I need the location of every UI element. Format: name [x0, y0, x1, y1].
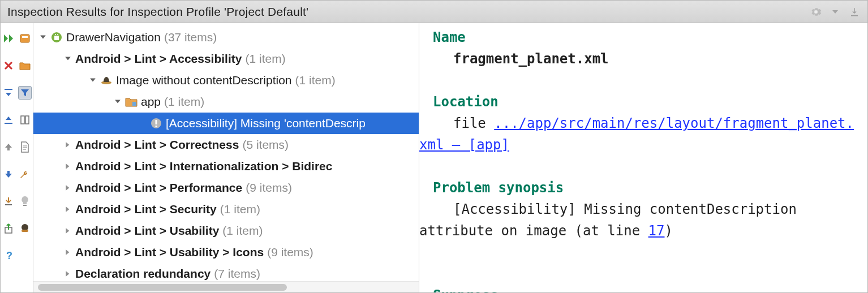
chevron-right-icon[interactable] [64, 248, 72, 256]
horizontal-scrollbar[interactable] [33, 281, 419, 292]
section-name: Name [433, 27, 862, 48]
section-synopsis: Problem synopsis [433, 177, 862, 199]
tree-issue-selected[interactable]: [Accessibility] Missing 'contentDescrip [33, 113, 419, 134]
tree-label: Android > Lint > Internationalization > … [75, 160, 332, 173]
tree-count: (1 item) [295, 74, 336, 87]
svg-rect-1 [20, 35, 29, 42]
tree-count: (37 items) [164, 31, 217, 44]
titlebar: Inspection Results for Inspection Profil… [1, 1, 867, 23]
inspector-hat-icon [100, 74, 113, 87]
tree-root-label: DrawerNavigation [66, 31, 161, 44]
svg-rect-10 [23, 205, 27, 206]
tree-count: (1 item) [164, 95, 204, 109]
tree-label: Android > Lint > Performance [75, 181, 242, 195]
chevron-right-icon[interactable] [64, 184, 72, 192]
tree-label: Image without contentDescription [116, 74, 292, 87]
tree-category-performance[interactable]: Android > Lint > Performance (9 items) [33, 177, 419, 199]
body: ? DrawerNavigation (37 items) [1, 23, 867, 292]
svg-rect-6 [25, 116, 29, 124]
wrench-icon[interactable] [18, 167, 32, 181]
svg-point-18 [57, 34, 58, 35]
tree-count: (7 items) [214, 267, 260, 281]
synopsis-text-3: ) [665, 223, 673, 239]
svg-rect-20 [132, 102, 136, 106]
collapse-up-icon[interactable] [2, 86, 15, 100]
chevron-right-icon[interactable] [64, 270, 72, 278]
collapse-down-icon[interactable] [2, 113, 15, 127]
section-location: Location [433, 91, 862, 113]
folder-icon[interactable] [18, 59, 32, 72]
tree-category-security[interactable]: Android > Lint > Security (1 item) [33, 199, 419, 220]
svg-rect-22 [156, 120, 157, 124]
toolbar: ? [1, 23, 33, 292]
export-icon[interactable] [848, 6, 861, 18]
tree-category-usability-icons[interactable]: Android > Lint > Usability > Icons (9 it… [33, 242, 419, 263]
tree-category-usability[interactable]: Android > Lint > Usability (1 item) [33, 220, 419, 242]
svg-text:?: ? [6, 250, 12, 261]
document-icon[interactable] [18, 140, 32, 154]
section-suppress: Suppress [433, 285, 862, 292]
module-folder-icon [125, 96, 137, 108]
gear-icon[interactable] [810, 6, 822, 18]
file-name: fragment_planet.xml [453, 51, 609, 67]
chevron-right-icon[interactable] [64, 205, 72, 213]
tree-root[interactable]: DrawerNavigation (37 items) [33, 27, 419, 48]
window-title: Inspection Results for Inspection Profil… [7, 5, 308, 19]
tree-label: [Accessibility] Missing 'contentDescrip [166, 117, 366, 130]
import-icon[interactable] [2, 195, 15, 208]
up-arrow-icon[interactable] [2, 140, 15, 154]
tree-label: Android > Lint > Correctness [75, 138, 239, 152]
chevron-down-icon[interactable] [114, 98, 122, 106]
tree-label: app [141, 95, 161, 109]
tree-module-app[interactable]: app (1 item) [33, 91, 419, 113]
close-icon[interactable] [2, 59, 15, 72]
issue-tree[interactable]: DrawerNavigation (37 items) Android > Li… [33, 23, 419, 281]
inspection-results-window: Inspection Results for Inspection Profil… [0, 0, 868, 293]
tree-label: Android > Lint > Usability [75, 224, 219, 238]
group-by-icon[interactable] [18, 32, 32, 45]
dropdown-arrow-icon[interactable] [829, 6, 841, 18]
inspector-icon[interactable] [18, 222, 32, 235]
tree-label: Android > Lint > Security [75, 202, 217, 216]
down-arrow-icon[interactable] [2, 167, 15, 181]
svg-rect-16 [54, 36, 59, 40]
synopsis-text-2: attribute on image (at line [419, 223, 640, 239]
tree-category-accessibility[interactable]: Android > Lint > Accessibility (1 item) [33, 48, 419, 70]
tree-category-declaration-redundancy[interactable]: Declaration redundancy (7 items) [33, 263, 419, 281]
chevron-down-icon[interactable] [39, 33, 47, 41]
tree-label: Android > Lint > Usability > Icons [75, 245, 264, 259]
chevron-down-icon[interactable] [89, 76, 97, 84]
tree-count: (5 items) [242, 138, 289, 152]
tree-category-i18n[interactable]: Android > Lint > Internationalization > … [33, 156, 419, 177]
chevron-right-icon[interactable] [64, 227, 72, 235]
export-up-icon[interactable] [2, 222, 15, 235]
filter-icon[interactable] [18, 86, 32, 100]
tree-count: (9 items) [267, 245, 313, 259]
scrollbar-thumb[interactable] [38, 284, 287, 291]
warning-icon [150, 117, 162, 130]
svg-point-0 [815, 10, 818, 13]
spacer [18, 249, 32, 262]
help-icon[interactable]: ? [2, 249, 15, 262]
synopsis-text-1: [Accessibility] Missing contentDescripti… [453, 201, 797, 217]
tree-rule-image[interactable]: Image without contentDescription (1 item… [33, 70, 419, 91]
file-word: file [453, 115, 486, 131]
chevron-down-icon[interactable] [64, 55, 72, 63]
preview-icon[interactable] [18, 113, 32, 127]
svg-rect-3 [5, 89, 12, 90]
tree-category-correctness[interactable]: Android > Lint > Correctness (5 items) [33, 134, 419, 156]
svg-rect-5 [21, 116, 24, 124]
chevron-right-icon[interactable] [64, 141, 72, 149]
tree-count: (1 item) [245, 52, 285, 66]
rerun-icon[interactable] [2, 32, 15, 45]
tree-count: (9 items) [246, 181, 292, 195]
svg-rect-8 [7, 171, 10, 174]
tree-count: (1 item) [222, 224, 263, 238]
chevron-right-icon[interactable] [64, 162, 72, 170]
tree-label: Android > Lint > Accessibility [75, 52, 242, 66]
android-icon [50, 31, 63, 44]
line-link[interactable]: 17 [648, 223, 665, 239]
svg-rect-9 [5, 204, 12, 205]
bulb-icon[interactable] [18, 195, 32, 208]
tree-label: Declaration redundancy [75, 267, 210, 281]
